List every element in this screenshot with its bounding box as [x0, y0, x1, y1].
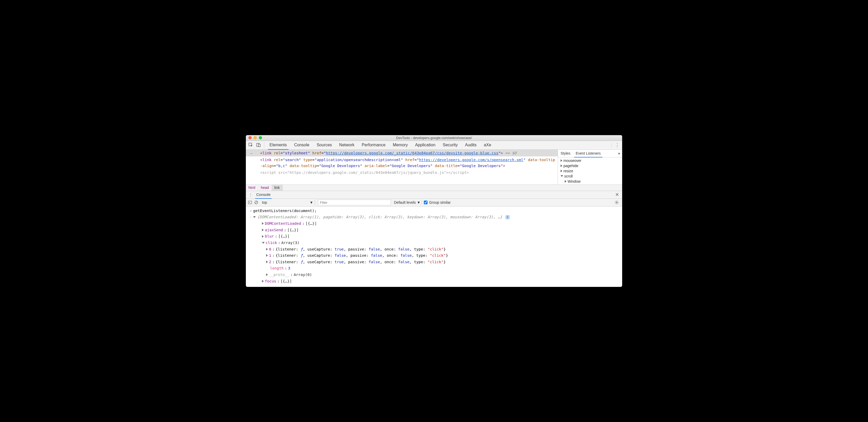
attr-href-link[interactable]: https://developers.google.com/_static/64…	[326, 151, 498, 155]
collapse-icon	[262, 242, 265, 244]
click-length[interactable]: length: 3	[253, 265, 620, 271]
event-scroll[interactable]: scroll	[558, 173, 622, 179]
context-selector[interactable]: top ▼	[260, 200, 315, 205]
minimize-window-button[interactable]	[254, 136, 257, 139]
bool: false	[398, 247, 410, 251]
bool: false	[335, 253, 346, 258]
obj-key: DOMContentLoaded	[265, 220, 301, 227]
bool: true	[335, 260, 344, 264]
dom-node-selected[interactable]: <link rel="stylesheet" href="https://dev…	[246, 150, 558, 156]
click-item-0[interactable]: 0: {listener: ƒ, useCapture: true, passi…	[253, 246, 620, 253]
event-listeners-list: mouseover pagehide resize scroll Window	[558, 158, 622, 185]
expand-icon	[565, 180, 566, 183]
sidebar-tabs: Styles Event Listeners »	[558, 150, 622, 158]
click-item-2[interactable]: 2: {listener: ƒ, useCapture: true, passi…	[253, 259, 620, 265]
device-toolbar-icon[interactable]	[255, 141, 262, 149]
attr-value: Google Developers	[462, 164, 500, 168]
crumb-link[interactable]: link	[272, 185, 283, 191]
tab-console[interactable]: Console	[290, 140, 313, 150]
levels-label: Default levels	[394, 200, 416, 204]
filter-input[interactable]	[318, 200, 391, 205]
tree-row-click[interactable]: click: Array(3)	[253, 239, 620, 246]
expand-icon	[262, 229, 264, 231]
collapse-icon	[253, 216, 256, 218]
tree-row-blur[interactable]: blur: [{…}]	[253, 233, 620, 239]
chevron-down-icon: ▼	[310, 200, 313, 204]
dom-gutter-ellipsis[interactable]: ⋯	[246, 150, 257, 158]
tab-security[interactable]: Security	[439, 140, 461, 150]
expand-icon	[266, 248, 268, 251]
sidebar-tab-event-listeners[interactable]: Event Listeners	[573, 150, 603, 157]
tree-row-ajaxsend[interactable]: ajaxSend: [{…}]	[253, 227, 620, 233]
tab-performance[interactable]: Performance	[358, 140, 389, 150]
log-levels-selector[interactable]: Default levels ▼	[393, 200, 422, 204]
console-input-text: getEventListeners(document);	[253, 207, 620, 214]
group-similar-checkbox[interactable]	[424, 201, 428, 204]
dom-node[interactable]: <link rel="search" type="application/ope…	[246, 156, 558, 169]
obj-value: [{…}]	[305, 220, 317, 227]
context-value: top	[262, 200, 267, 204]
prompt-icon: ›	[250, 209, 252, 213]
expand-icon	[262, 235, 264, 238]
info-icon[interactable]: i	[505, 215, 509, 219]
window-title: DevTools - developers.google.com/web/sho…	[246, 136, 622, 140]
obj-value: [{…}]	[278, 233, 290, 239]
expand-icon	[561, 170, 562, 172]
idx: 1	[269, 252, 271, 259]
drawer-tab-console[interactable]: Console	[254, 191, 273, 198]
close-window-button[interactable]	[248, 136, 252, 139]
more-options-icon[interactable]: ⋮	[613, 142, 621, 148]
event-mouseover[interactable]: mouseover	[558, 158, 622, 163]
drawer-close-icon[interactable]: ✕	[614, 192, 621, 197]
console-output-line[interactable]: ‹ {DOMContentLoaded: Array(1), pagehide:…	[246, 214, 622, 284]
group-similar-toggle[interactable]: Group similar	[424, 200, 451, 204]
event-name: pagehide	[563, 164, 579, 168]
tab-memory[interactable]: Memory	[389, 140, 411, 150]
click-proto[interactable]: __proto__: Array(0)	[253, 271, 620, 278]
tab-network[interactable]: Network	[336, 140, 358, 150]
attr-value: Google Developers	[321, 164, 360, 168]
dom-node-partial[interactable]: <script src="https://developers.google.c…	[246, 169, 558, 176]
obj-key: blur	[265, 233, 274, 239]
zoom-window-button[interactable]	[259, 136, 262, 139]
traffic-lights	[246, 136, 262, 139]
elements-sidebar: Styles Event Listeners » mouseover pageh…	[558, 150, 622, 185]
event-pagehide[interactable]: pagehide	[558, 163, 622, 168]
tab-axe[interactable]: aXe	[480, 140, 495, 150]
panel-tabs: Elements Console Sources Network Perform…	[246, 141, 622, 150]
event-resize[interactable]: resize	[558, 168, 622, 173]
drawer-menu-icon[interactable]: ⋮	[247, 192, 254, 198]
obj-value: [{…}]	[280, 278, 292, 285]
tab-application[interactable]: Application	[411, 140, 439, 150]
idx: 2	[269, 259, 271, 265]
show-console-sidebar-icon[interactable]	[248, 200, 252, 204]
tab-elements[interactable]: Elements	[266, 140, 290, 150]
str: click	[430, 260, 441, 264]
crumb-head[interactable]: head	[258, 185, 272, 191]
expand-icon	[266, 254, 268, 257]
expand-icon	[262, 280, 264, 283]
console-input-line[interactable]: › getEventListeners(document);	[246, 207, 622, 214]
click-item-1[interactable]: 1: {listener: ƒ, useCapture: false, pass…	[253, 252, 620, 259]
attr-href-link[interactable]: https://developers.google.com/s/opensear…	[419, 158, 523, 162]
event-target: Window	[567, 179, 581, 184]
console-messages: › getEventListeners(document); ‹ {DOMCon…	[246, 206, 622, 287]
result-summary[interactable]: {DOMContentLoaded: Array(1), pagehide: A…	[253, 214, 620, 220]
tab-sources[interactable]: Sources	[313, 140, 336, 150]
console-settings-icon[interactable]	[613, 200, 620, 205]
tab-audits[interactable]: Audits	[461, 140, 480, 150]
group-similar-label: Group similar	[429, 200, 451, 204]
tree-row-domcontentloaded[interactable]: DOMContentLoaded: [{…}]	[253, 220, 620, 227]
sidebar-tab-styles[interactable]: Styles	[558, 150, 573, 157]
expand-icon	[266, 273, 268, 276]
output-icon: ‹	[250, 215, 252, 219]
str: click	[430, 247, 441, 251]
inspect-element-icon[interactable]	[247, 141, 255, 149]
event-scroll-target[interactable]: Window	[558, 179, 622, 184]
dom-tree[interactable]: ⋯ <link rel="stylesheet" href="https://d…	[246, 150, 558, 185]
expand-icon	[266, 261, 268, 263]
tree-row-focus[interactable]: focus: [{…}]	[253, 278, 620, 285]
sidebar-more-icon[interactable]: »	[616, 151, 622, 155]
crumb-html[interactable]: html	[246, 185, 258, 191]
clear-console-icon[interactable]	[254, 200, 258, 204]
